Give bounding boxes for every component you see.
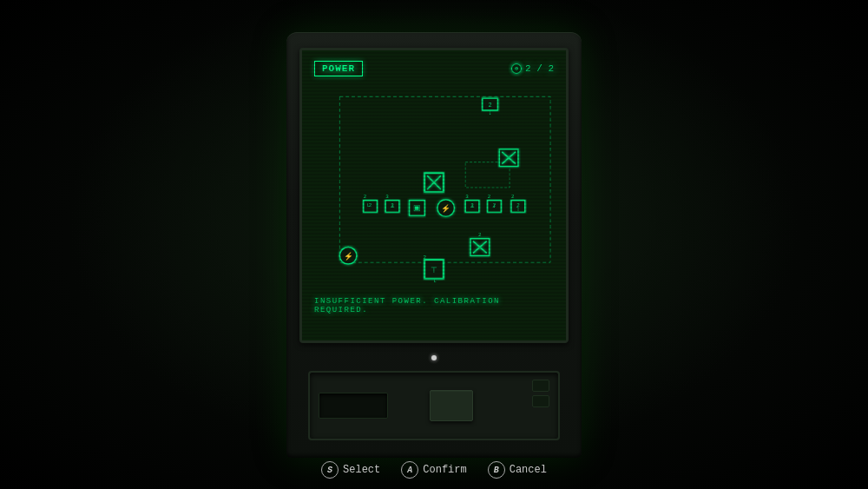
- svg-text:┴: ┴: [390, 204, 395, 211]
- svg-text:⚡: ⚡: [441, 203, 450, 214]
- power-title: POWER: [314, 61, 363, 76]
- circuit-diagram: 2 ↓: [314, 83, 554, 292]
- svg-text:└: └: [432, 278, 437, 285]
- crt-screen: POWER ⊕ 2 / 2: [302, 50, 566, 340]
- panel-card: [430, 390, 473, 421]
- svg-text:3: 3: [465, 193, 469, 199]
- status-message: INSUFFICIENT POWER. CALIBRATION REQUIRED…: [314, 297, 554, 314]
- svg-text:▣: ▣: [413, 204, 421, 213]
- cancel-badge-label: B: [494, 466, 499, 475]
- panel-button-1[interactable]: [532, 380, 549, 392]
- svg-text:┐: ┐: [516, 204, 520, 211]
- svg-text:2: 2: [364, 193, 367, 199]
- confirm-badge: A: [401, 461, 418, 479]
- confirm-hint: A Confirm: [401, 461, 466, 479]
- svg-text:2: 2: [423, 254, 426, 261]
- svg-text:2: 2: [478, 231, 482, 237]
- svg-text:⊤: ⊤: [431, 266, 437, 274]
- svg-rect-0: [339, 96, 550, 262]
- terminal-body: [299, 355, 569, 440]
- game-scene: POWER ⊕ 2 / 2: [0, 0, 868, 489]
- cancel-label: Cancel: [510, 464, 547, 476]
- panel-right-controls: [532, 380, 549, 407]
- screen-header: POWER ⊕ 2 / 2: [314, 61, 554, 76]
- select-badge-label: S: [327, 466, 332, 475]
- indicator-led: [431, 355, 437, 360]
- screen-bezel: POWER ⊕ 2 / 2: [299, 48, 569, 343]
- counter-value: 2 / 2: [525, 63, 554, 74]
- svg-text:┘: ┘: [492, 204, 496, 211]
- svg-text:3: 3: [385, 193, 389, 199]
- button-hints: S Select A Confirm B Cancel: [0, 461, 868, 479]
- circuit-svg: 2 ↓: [314, 83, 554, 292]
- confirm-label: Confirm: [423, 464, 466, 476]
- svg-text:2: 2: [488, 193, 491, 199]
- cancel-hint: B Cancel: [488, 461, 547, 479]
- terminal: POWER ⊕ 2 / 2: [286, 32, 582, 458]
- counter-icon: ⊕: [511, 63, 522, 74]
- svg-text:↓: ↓: [488, 108, 492, 116]
- panel-slot: [319, 393, 388, 419]
- power-counter: ⊕ 2 / 2: [511, 63, 554, 74]
- terminal-panel: [308, 371, 560, 440]
- svg-text:┴: ┴: [470, 204, 475, 211]
- svg-text:2: 2: [511, 193, 515, 199]
- select-hint: S Select: [321, 461, 380, 479]
- cancel-badge: B: [488, 461, 505, 479]
- panel-button-2[interactable]: [532, 395, 549, 407]
- confirm-badge-label: A: [407, 466, 412, 475]
- select-badge: S: [321, 461, 339, 479]
- svg-text:⚡: ⚡: [344, 251, 353, 261]
- select-label: Select: [343, 464, 380, 476]
- svg-text:2: 2: [489, 102, 492, 109]
